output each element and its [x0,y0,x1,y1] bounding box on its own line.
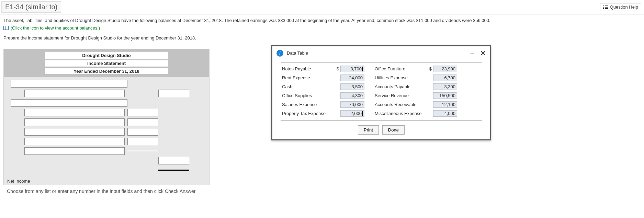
question-help-label: Question Help [610,4,638,10]
ws-line-label[interactable] [24,147,125,155]
svg-rect-1 [605,5,608,6]
table-row: Notes Payable $ 8,700 Office Furniture $… [282,65,481,73]
question-header: E1-34 (similar to) Question Help [0,0,644,14]
ws-period: Year Ended December 31, 2018 [45,68,168,75]
ws-report: Income Statement [45,60,168,67]
svg-rect-5 [605,8,608,9]
ws-amount[interactable] [127,128,158,136]
ws-company: Drought Design Studio [45,52,168,59]
prompt-text: The asset, liabilities, and equities of … [3,17,641,24]
double-underline [158,170,189,171]
data-table-open-icon[interactable] [3,26,9,30]
ws-line-label[interactable] [24,109,125,116]
svg-rect-3 [605,7,608,8]
question-help-button[interactable]: Question Help [600,3,641,11]
ws-total-amount[interactable] [158,157,189,164]
income-statement-worksheet: Drought Design Studio Income Statement Y… [3,49,210,185]
table-row: Property Tax Expense 2,000 Miscellaneous… [282,109,481,118]
ws-section-label-1[interactable] [11,80,127,88]
table-row: Salaries Expense 70,000 Accounts Receiva… [282,100,481,109]
popup-title: Data Table [287,50,308,56]
ws-amount[interactable] [127,118,158,126]
info-icon: i [276,50,283,57]
ws-amount[interactable] [127,109,158,116]
ws-line-label[interactable] [24,118,125,126]
table-row: Cash 3,500 Accounts Payable 3,300 [282,82,481,91]
question-title: E1-34 (similar to) [1,1,61,13]
instruction-text: Prepare the income statement for Drought… [3,35,641,42]
question-prompt: The asset, liabilities, and equities of … [0,14,644,45]
close-icon[interactable]: ✕ [480,49,486,57]
data-table-content: Notes Payable $ 8,700 Office Furniture $… [281,62,482,121]
ws-line-label[interactable] [24,128,125,136]
single-underline [127,151,158,151]
net-income-label: Net Income [4,177,209,185]
ws-amount[interactable] [127,138,158,145]
svg-rect-2 [603,7,604,8]
text-cursor-icon [362,67,363,71]
ws-line-label[interactable] [24,90,125,97]
print-button[interactable]: Print [358,125,379,135]
svg-rect-4 [603,8,604,9]
table-row: Office Supplies 4,300 Service Revenue 15… [282,91,481,100]
text-cursor-icon [362,111,363,116]
ws-amount[interactable] [158,90,189,97]
view-balances-link[interactable]: (Click the icon to view the account bala… [11,25,100,32]
data-table-popup: i Data Table – ✕ Notes Payable $ 8,700 O… [271,45,491,140]
done-button[interactable]: Done [382,125,405,135]
list-icon [603,5,608,9]
ws-section-label-2[interactable] [11,99,127,107]
ws-line-label[interactable] [24,138,125,145]
table-row: Rent Expense 24,000 Utilities Expense 6,… [282,73,481,82]
svg-rect-0 [603,5,604,6]
footer-hint: Choose from any list or enter any number… [3,185,644,197]
minimize-icon[interactable]: – [470,49,474,57]
